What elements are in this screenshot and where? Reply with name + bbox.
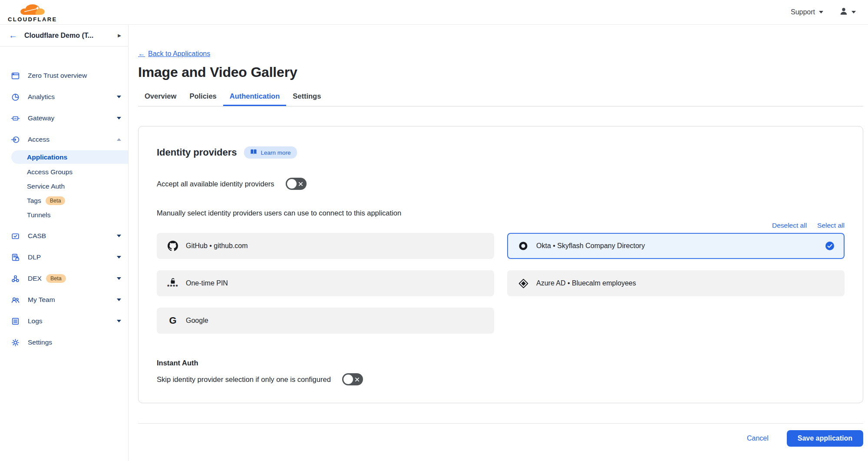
sidebar-item-settings[interactable]: Settings	[0, 334, 128, 351]
tab-authentication[interactable]: Authentication	[223, 92, 287, 106]
chevron-down-icon[interactable]	[117, 235, 121, 237]
sidebar-item-access-groups[interactable]: Access Groups	[0, 165, 128, 179]
sidebar-nav: Zero Trust overview Analytics Gateway	[0, 46, 128, 351]
pie-chart-icon	[10, 92, 20, 102]
toggle-knob	[287, 179, 297, 189]
sidebar-item-my-team[interactable]: My Team	[0, 292, 128, 308]
sub-item-label: Tunnels	[27, 211, 51, 219]
topbar-right: Support	[791, 7, 856, 18]
sidebar-item-service-auth[interactable]: Service Auth	[0, 179, 128, 193]
access-subnav: Applications Access Groups Service Auth …	[0, 150, 128, 222]
cloudflare-cloud-icon	[14, 3, 51, 16]
save-application-button[interactable]: Save application	[787, 430, 863, 447]
support-menu[interactable]: Support	[791, 8, 823, 16]
chevron-down-icon[interactable]	[117, 277, 121, 280]
beta-badge: Beta	[46, 196, 66, 205]
sidebar-item-label: DLP	[28, 253, 109, 261]
sidebar-item-access[interactable]: Access	[0, 131, 128, 148]
google-icon: G	[167, 315, 178, 326]
beta-badge: Beta	[46, 274, 66, 283]
instant-auth-toggle[interactable]	[342, 373, 363, 385]
instant-auth-label: Skip identity provider selection if only…	[157, 375, 331, 384]
tab-policies[interactable]: Policies	[183, 92, 223, 106]
one-time-pin-icon: ****	[167, 278, 178, 289]
manual-select-text: Manually select identity providers users…	[157, 209, 845, 217]
box-check-icon	[10, 231, 20, 241]
azure-ad-icon	[518, 279, 529, 289]
sidebar-item-zero-trust-overview[interactable]: Zero Trust overview	[0, 67, 128, 84]
learn-more-badge[interactable]: Learn more	[244, 146, 297, 159]
tab-settings[interactable]: Settings	[286, 92, 327, 106]
sidebar-account-header: ← Cloudflare Demo (T... ▶	[0, 25, 128, 46]
cloudflare-wordmark: CLOUDFLARE	[8, 17, 57, 22]
sidebar-item-label: DEX Beta	[28, 274, 109, 283]
provider-card-okta[interactable]: Okta • Skyflash Company Directory	[507, 233, 845, 259]
document-lock-icon	[10, 252, 20, 262]
user-account-menu[interactable]	[839, 7, 856, 18]
sidebar-item-text: DEX	[28, 275, 42, 282]
provider-card-one-time-pin[interactable]: **** One-time PIN	[157, 270, 494, 296]
sidebar-item-casb[interactable]: CASB	[0, 228, 128, 244]
chevron-down-icon[interactable]	[117, 96, 121, 98]
provider-name: Okta • Skyflash Company Directory	[536, 242, 645, 250]
account-name[interactable]: Cloudflare Demo (T...	[24, 32, 111, 40]
tab-overview[interactable]: Overview	[138, 92, 183, 106]
chevron-up-icon[interactable]	[117, 138, 121, 141]
support-label: Support	[791, 8, 815, 16]
sidebar-item-label: CASB	[28, 232, 109, 240]
card-heading: Identity providers	[157, 147, 237, 158]
chevron-down-icon[interactable]	[117, 320, 121, 322]
check-circle-icon	[825, 242, 834, 250]
provider-name: Azure AD • Bluecalm employees	[536, 279, 636, 287]
gateway-icon	[10, 113, 20, 123]
tab-bar: Overview Policies Authentication Setting…	[138, 92, 863, 106]
accept-all-label: Accept all available identity providers	[157, 180, 274, 188]
instant-auth-heading: Instant Auth	[157, 359, 845, 367]
cancel-button[interactable]: Cancel	[747, 434, 769, 442]
footer-actions: Cancel Save application	[138, 430, 863, 447]
back-arrow-icon[interactable]: ←	[9, 30, 17, 40]
sub-item-label: Tags	[27, 197, 41, 205]
sidebar-item-analytics[interactable]: Analytics	[0, 89, 128, 105]
sidebar-item-label: My Team	[28, 296, 109, 304]
learn-more-label: Learn more	[261, 149, 291, 156]
list-icon	[10, 316, 20, 326]
footer-divider	[138, 423, 863, 424]
google-g-letter: G	[169, 315, 176, 326]
sidebar-item-logs[interactable]: Logs	[0, 313, 128, 329]
deselect-all-link[interactable]: Deselect all	[772, 222, 807, 229]
cloudflare-logo[interactable]: CLOUDFLARE	[8, 2, 57, 22]
sub-item-label: Service Auth	[27, 182, 65, 190]
login-icon	[10, 135, 20, 144]
provider-card-azure-ad[interactable]: Azure AD • Bluecalm employees	[507, 270, 845, 296]
book-icon	[250, 149, 257, 156]
provider-card-google[interactable]: G Google	[157, 308, 494, 334]
sidebar-item-label: Analytics	[28, 93, 109, 101]
sidebar: ← Cloudflare Demo (T... ▶ Zero Trust ove…	[0, 25, 129, 461]
sidebar-item-dex[interactable]: DEX Beta	[0, 270, 128, 287]
back-to-applications-link[interactable]: ← Back to Applications	[138, 50, 210, 58]
provider-grid: GitHub • github.com Okta • Skyflash Comp…	[157, 233, 845, 334]
sidebar-item-label: Zero Trust overview	[28, 72, 121, 80]
sidebar-item-tags[interactable]: Tags Beta	[0, 193, 128, 208]
provider-card-github[interactable]: GitHub • github.com	[157, 233, 494, 259]
window-icon	[10, 71, 20, 80]
chevron-down-icon[interactable]	[117, 117, 121, 119]
back-link-label: Back to Applications	[148, 50, 210, 58]
x-icon	[355, 375, 360, 384]
sidebar-item-dlp[interactable]: DLP	[0, 249, 128, 265]
select-all-link[interactable]: Select all	[817, 222, 845, 229]
chevron-down-icon	[819, 11, 823, 13]
chevron-right-icon[interactable]: ▶	[118, 33, 121, 38]
sidebar-item-gateway[interactable]: Gateway	[0, 110, 128, 126]
sidebar-item-tunnels[interactable]: Tunnels	[0, 208, 128, 222]
accept-all-toggle[interactable]	[286, 178, 307, 190]
provider-name: One-time PIN	[186, 279, 228, 287]
chevron-down-icon[interactable]	[117, 256, 121, 259]
okta-icon	[518, 241, 529, 251]
sidebar-item-label: Gateway	[28, 114, 109, 122]
chevron-down-icon[interactable]	[117, 298, 121, 301]
sidebar-item-label: Logs	[28, 317, 109, 325]
chevron-down-icon	[851, 11, 856, 13]
sidebar-item-applications[interactable]: Applications	[11, 150, 128, 164]
